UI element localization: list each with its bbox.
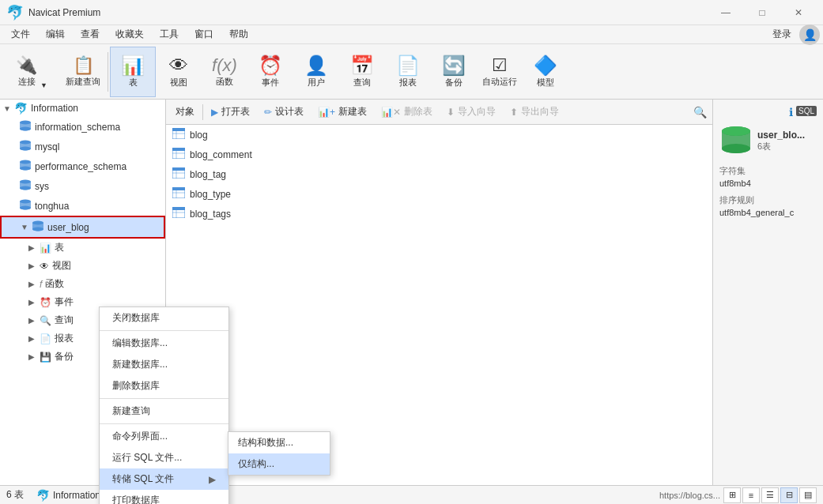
statusbar-count: 6 表 [6, 488, 24, 502]
user-label: 用户 [308, 77, 325, 88]
report-button[interactable]: 📄 报表 [385, 47, 431, 97]
sidebar-item-user-blog[interactable]: ▼ user_blog [0, 216, 165, 239]
query-node-icon: 🔍 [40, 315, 51, 326]
sidebar-item-view-node[interactable]: ▶ 👁 视图 [0, 257, 165, 275]
context-dump-sql-label: 转储 SQL 文件 [112, 472, 174, 486]
expand-arrow-backup: ▶ [28, 352, 40, 361]
detail-view-button[interactable]: ☰ [761, 487, 779, 503]
table-icon: 📊 [121, 55, 145, 77]
open-table-button[interactable]: ▶ 打开表 [205, 103, 256, 121]
sidebar-item-information-schema[interactable]: information_schema [0, 117, 165, 137]
submenu-structure-only[interactable]: 仅结构... [228, 453, 330, 475]
new-query-icon: 📋 [73, 55, 94, 76]
menu-favorites[interactable]: 收藏夹 [108, 26, 152, 43]
search-icon: 🔍 [693, 106, 707, 118]
expand-arrow-func: ▶ [28, 280, 40, 288]
context-new-query[interactable]: 新建查询 [100, 401, 228, 422]
toolbar: 🔌 连接 ▼ 📋 新建查询 📊 表 👁 视图 f(x) 函数 ⏰ 事件 👤 用户… [0, 44, 823, 100]
context-print-db[interactable]: 打印数据库 [100, 490, 228, 504]
context-cmd[interactable]: 命令列界面... [100, 426, 228, 447]
app-icon: 🐬 [6, 4, 24, 21]
table-row-blog-comment[interactable]: blog_comment [166, 145, 712, 164]
context-close-db[interactable]: 关闭数据库 [100, 307, 228, 329]
export-wizard-button[interactable]: ⬆ 导出向导 [504, 103, 565, 121]
statusbar-db1[interactable]: 🐬 Information [30, 489, 107, 502]
event-button[interactable]: ⏰ 事件 [247, 47, 293, 97]
grid-view-button[interactable]: ⊞ [723, 487, 741, 503]
new-query-label: 新建查询 [66, 76, 100, 88]
sidebar-item-table-node[interactable]: ▶ 📊 表 [0, 239, 165, 257]
connection-icon: 🐬 [14, 102, 28, 115]
submenu-arrow: ▶ [209, 474, 216, 485]
toolbar-separator-1 [108, 52, 108, 92]
menu-help[interactable]: 帮助 [221, 26, 256, 43]
new-table-button[interactable]: 📊+ 新建表 [311, 103, 373, 121]
table-row-blog-type[interactable]: blog_type [166, 184, 712, 204]
sidebar-item-performance-schema[interactable]: performance_schema [0, 156, 165, 176]
table-row-blog-tag[interactable]: blog_tag [166, 164, 712, 184]
close-button[interactable]: ✕ [780, 0, 817, 25]
context-menu: 关闭数据库 编辑数据库... 新建数据库... 删除数据库 新建查询 命令列界面… [99, 307, 229, 504]
sidebar-info-schema-label: information_schema [35, 122, 120, 133]
charset-section: 字符集 utf8mb4 [719, 165, 817, 188]
design-table-button[interactable]: ✏ 设计表 [258, 103, 310, 121]
sidebar-item-mysql[interactable]: mysql [0, 137, 165, 156]
model-button[interactable]: 🔷 模型 [523, 47, 568, 97]
context-new-db[interactable]: 新建数据库... [100, 354, 228, 375]
delete-table-button[interactable]: 📊✕ 删除表 [375, 103, 439, 121]
table-name-blog: blog [190, 130, 208, 141]
view-node-icon: 👁 [40, 261, 49, 272]
function-button[interactable]: f(x) 函数 [202, 47, 247, 97]
view-button[interactable]: 👁 视图 [156, 47, 202, 97]
user-avatar: 👤 [799, 24, 820, 45]
context-delete-db[interactable]: 删除数据库 [100, 375, 228, 397]
context-dump-sql[interactable]: 转储 SQL 文件 ▶ [100, 468, 228, 490]
expand-arrow-event: ▶ [28, 298, 40, 307]
search-button[interactable]: 🔍 [690, 104, 709, 120]
sidebar-information-label: Information [31, 103, 78, 114]
sidebar-item-information[interactable]: ▼ 🐬 Information [0, 100, 165, 117]
db-icon-user-blog [32, 220, 44, 235]
user-icon: 👤 [304, 55, 328, 77]
view-toggle-buttons: ⊞ ≡ ☰ ⊟ ▤ [723, 487, 817, 503]
login-button[interactable]: 登录 [764, 26, 799, 43]
large-icon-button[interactable]: ▤ [799, 487, 817, 503]
submenu-structure-data[interactable]: 结构和数据... [228, 432, 330, 453]
connect-dropdown-arrow[interactable]: ▼ [40, 81, 47, 89]
new-query-button[interactable]: 📋 新建查询 [60, 47, 106, 97]
function-icon: f(x) [212, 55, 237, 76]
charset-value: utf8mb4 [719, 179, 817, 188]
minimize-button[interactable]: — [708, 0, 744, 25]
sidebar-item-func-node[interactable]: ▶ f 函数 [0, 275, 165, 293]
func-node-icon: f [40, 279, 42, 290]
user-button[interactable]: 👤 用户 [293, 47, 339, 97]
backup-button[interactable]: 🔄 备份 [431, 47, 477, 97]
connect-button[interactable]: 🔌 连接 ▼ [3, 47, 60, 97]
menu-tools[interactable]: 工具 [152, 26, 187, 43]
expand-arrow-user-blog: ▼ [21, 223, 32, 231]
view-label: 视图 [170, 77, 187, 88]
context-run-sql[interactable]: 运行 SQL 文件... [100, 447, 228, 468]
table-label: 表 [129, 77, 138, 88]
sidebar-backup-node-label: 备份 [55, 350, 74, 363]
maximize-button[interactable]: □ [744, 0, 780, 25]
list-view-button[interactable]: ≡ [742, 487, 760, 503]
sidebar-sys-label: sys [35, 181, 49, 192]
report-icon: 📄 [396, 55, 420, 77]
import-wizard-button[interactable]: ⬇ 导入向导 [440, 103, 502, 121]
sidebar-item-tonghua[interactable]: tonghua [0, 196, 165, 216]
context-edit-db[interactable]: 编辑数据库... [100, 333, 228, 354]
menu-window[interactable]: 窗口 [187, 26, 221, 43]
report-node-icon: 📄 [40, 333, 51, 344]
table-row-blog-tags[interactable]: blog_tags [166, 204, 712, 224]
small-icon-button[interactable]: ⊟ [780, 487, 798, 503]
table-row-blog[interactable]: blog [166, 125, 712, 145]
menu-view[interactable]: 查看 [73, 26, 108, 43]
table-button[interactable]: 📊 表 [110, 47, 156, 97]
connect-label: 连接 [18, 76, 36, 88]
sidebar-item-sys[interactable]: sys [0, 176, 165, 196]
query-button[interactable]: 📅 查询 [339, 47, 385, 97]
menu-edit[interactable]: 编辑 [38, 26, 73, 43]
autorun-button[interactable]: ☑ 自动运行 [477, 47, 523, 97]
menu-file[interactable]: 文件 [3, 26, 38, 43]
